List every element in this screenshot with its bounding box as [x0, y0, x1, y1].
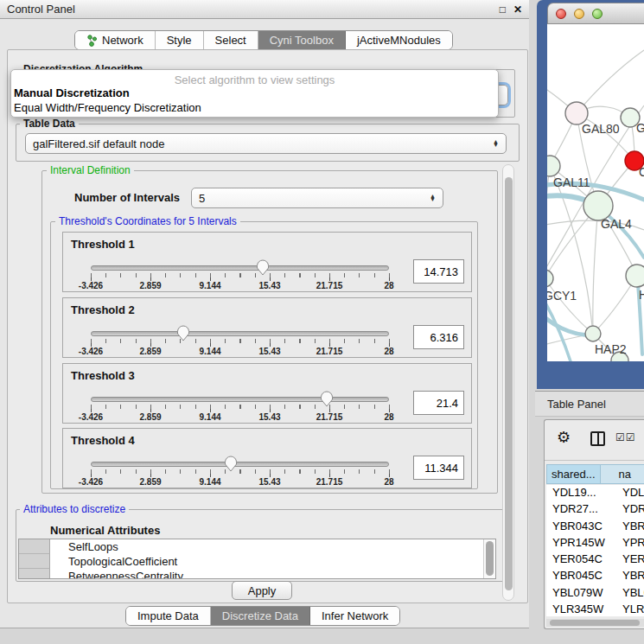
tick-label: 28: [384, 477, 393, 487]
list-item[interactable]: BetweennessCentrality: [19, 569, 495, 579]
threshold-slider[interactable]: -3.426 2.859 9.144 15.43 21.715 28: [91, 364, 389, 424]
slider-thumb[interactable]: [320, 391, 334, 407]
attribute-checkbox[interactable]: [19, 569, 50, 579]
node-hap2[interactable]: [585, 326, 601, 341]
network-window-titlebar[interactable]: [547, 3, 644, 24]
slider-thumb[interactable]: [176, 325, 190, 341]
threshold-row: Threshold 2 -3.426 2.859 9.144 15.43 21.…: [62, 297, 472, 358]
thresholds-group-title: Threshold's Coordinates for 5 Intervals: [55, 215, 240, 227]
threshold-row: Threshold 4 -3.426 2.859 9.144 15.43 21.…: [62, 428, 472, 488]
node-gal11[interactable]: [547, 156, 560, 176]
threshold-slider[interactable]: -3.426 2.859 9.144 15.43 21.715 28: [91, 429, 389, 489]
tick-label: -3.426: [79, 477, 103, 487]
attribute-checkbox[interactable]: [19, 554, 50, 569]
node-label: H: [639, 288, 644, 302]
table-body[interactable]: YDL19... YDL1 YDR27... YDR2 YBR043C YBR0…: [546, 485, 644, 616]
minimize-traffic-light-icon[interactable]: [574, 9, 584, 19]
table-row[interactable]: YPR145W YPR1: [546, 535, 644, 552]
network-canvas[interactable]: GAL80 GA GAL11 C GAL4 GCY1 H HAP2: [547, 24, 644, 361]
slider-track[interactable]: [91, 397, 389, 402]
slider-thumb[interactable]: [224, 456, 238, 472]
top-tabbar: Network Style Select Cyni Toolbox jActiv…: [74, 30, 453, 50]
algorithm-dropdown-popup: Select algorithm to view settings Manual…: [10, 69, 499, 118]
tick-label: 15.43: [258, 412, 280, 422]
float-window-icon[interactable]: □: [500, 3, 506, 16]
spinner-arrows-icon[interactable]: ▲▼: [488, 140, 499, 147]
table-panel-title: Table Panel: [547, 398, 606, 411]
table-row[interactable]: YBR045C YBR0: [546, 568, 644, 584]
tick-label: 28: [384, 412, 393, 422]
column-header-shared-name[interactable]: shared...: [546, 464, 601, 484]
table-row[interactable]: YBL079W YBL0: [546, 585, 644, 602]
popup-item-manual-discretization[interactable]: Manual Discretization: [14, 86, 130, 99]
node-gal4[interactable]: [583, 191, 613, 220]
list-vertical-scrollbar[interactable]: [483, 539, 495, 578]
table-row[interactable]: YBR043C YBR0: [546, 519, 644, 535]
node-green[interactable]: [626, 265, 644, 287]
tick-label: 2.859: [139, 412, 161, 422]
tab-jactivemnodules[interactable]: jActiveMNodules: [346, 31, 452, 49]
tab-cyni-toolbox[interactable]: Cyni Toolbox: [258, 31, 346, 49]
tick-label: 28: [384, 347, 393, 356]
threshold-slider[interactable]: -3.426 2.859 9.144 15.43 21.715 28: [91, 233, 389, 293]
tab-infer-network[interactable]: Infer Network: [310, 607, 399, 625]
control-panel: Control Panel □ ✕ Network Style Select C…: [0, 0, 529, 628]
node-gcy1[interactable]: [547, 270, 553, 287]
number-of-intervals-combobox[interactable]: 5 ▲▼: [191, 188, 443, 208]
tick-label: 2.859: [139, 347, 161, 356]
table-panel-header: Table Panel: [535, 391, 644, 417]
tab-network[interactable]: Network: [75, 31, 156, 49]
tab-style[interactable]: Style: [156, 31, 204, 49]
network-icon: [86, 35, 98, 47]
node-label: GCY1: [547, 289, 577, 303]
popup-item-equal-width-frequency[interactable]: Equal Width/Frequency Discretization: [14, 101, 201, 114]
apply-button[interactable]: Apply: [232, 581, 292, 600]
threshold-value-field[interactable]: 21.4: [413, 391, 464, 415]
zoom-traffic-light-icon[interactable]: [592, 9, 603, 19]
table-horizontal-scrollbar[interactable]: [546, 619, 644, 627]
tick-label: 2.859: [139, 281, 161, 290]
attribute-checkbox[interactable]: [19, 539, 50, 554]
tick-label: 21.715: [316, 477, 343, 487]
gear-icon[interactable]: ⚙: [557, 428, 571, 447]
numerical-attributes-list[interactable]: SelfLoops TopologicalCoefficient Between…: [18, 539, 496, 579]
threshold-value-field[interactable]: 6.316: [413, 325, 464, 349]
threshold-slider[interactable]: -3.426 2.859 9.144 15.43 21.715 28: [91, 298, 389, 359]
tab-jactivemnodules-label: jActiveMNodules: [357, 34, 441, 47]
slider-track[interactable]: [91, 462, 389, 467]
tick-label: 15.43: [258, 281, 280, 290]
column-header-name[interactable]: na: [601, 464, 644, 484]
slider-track[interactable]: [91, 265, 389, 271]
slider-track[interactable]: [91, 331, 389, 336]
tick-label: 15.43: [258, 477, 280, 487]
close-icon[interactable]: ✕: [513, 3, 522, 16]
threshold-value-field[interactable]: 11.344: [413, 456, 464, 480]
spinner-arrows-icon[interactable]: ▲▼: [424, 194, 436, 201]
content-vertical-scrollbar[interactable]: [502, 164, 514, 601]
tab-impute-data[interactable]: Impute Data: [126, 607, 211, 625]
node-label: GAL4: [601, 217, 632, 231]
table-row[interactable]: YDL19... YDL1: [546, 485, 644, 501]
list-item[interactable]: SelfLoops: [19, 539, 495, 554]
table-row[interactable]: YER054C YER0: [546, 552, 644, 568]
table-panel: ⚙ ☑☑ shared... na YDL19... YDL1 YDR27...…: [544, 419, 644, 629]
select-columns-icon[interactable]: ☑☑: [615, 431, 636, 443]
tab-select-label: Select: [215, 34, 246, 47]
threshold-value-field[interactable]: 14.713: [413, 259, 464, 284]
tick-label: 21.715: [316, 347, 343, 356]
node-label: HAP2: [595, 342, 627, 356]
split-columns-icon[interactable]: [590, 431, 605, 446]
table-row[interactable]: YDR27... YDR2: [546, 501, 644, 518]
tick-label: 21.715: [316, 412, 343, 422]
list-item[interactable]: TopologicalCoefficient: [19, 554, 495, 569]
table-data-combobox[interactable]: galFiltered.sif default node ▲▼: [25, 133, 507, 154]
tab-select[interactable]: Select: [204, 31, 258, 49]
slider-thumb[interactable]: [256, 259, 270, 276]
table-row[interactable]: YLR345W YLR3: [546, 602, 644, 616]
close-traffic-light-icon[interactable]: [556, 9, 566, 19]
tick-label: 28: [384, 281, 393, 290]
table-toolbar: ⚙ ☑☑: [545, 420, 644, 461]
tick-label: 9.144: [199, 412, 220, 422]
tab-discretize-data[interactable]: Discretize Data: [211, 607, 310, 625]
interval-definition-group-title: Interval Definition: [47, 164, 134, 176]
